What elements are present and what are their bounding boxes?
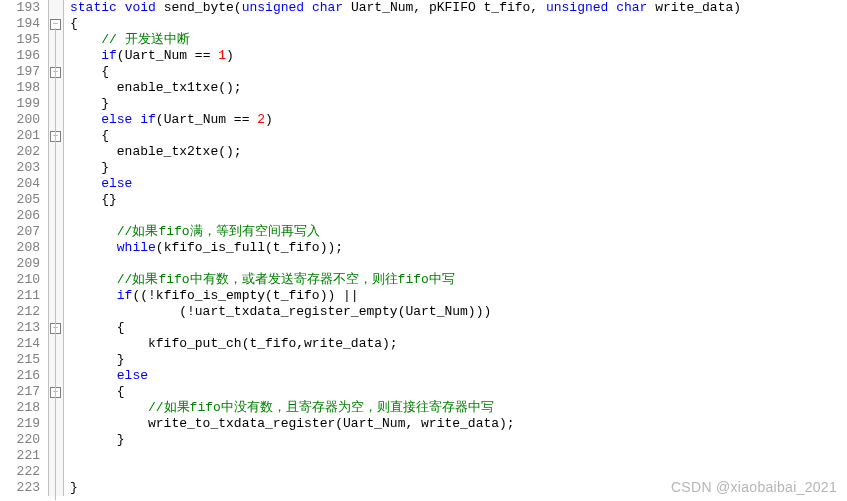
line-number: 202	[0, 144, 40, 160]
line-number: 207	[0, 224, 40, 240]
line-number: 221	[0, 448, 40, 464]
code-line	[70, 448, 741, 464]
code-line: enable_tx1txe();	[70, 80, 741, 96]
code-line: //如果fifo满，等到有空间再写入	[70, 224, 741, 240]
code-line	[70, 256, 741, 272]
line-number: 215	[0, 352, 40, 368]
code-line: (!uart_txdata_register_empty(Uart_Num)))	[70, 304, 741, 320]
code-editor: 1931941951961971981992002012022032042052…	[0, 0, 847, 496]
line-number: 211	[0, 288, 40, 304]
code-line	[70, 208, 741, 224]
line-number: 216	[0, 368, 40, 384]
code-line: }	[70, 352, 741, 368]
code-line: //如果fifo中有数，或者发送寄存器不空，则往fifo中写	[70, 272, 741, 288]
line-number: 206	[0, 208, 40, 224]
code-line: }	[70, 96, 741, 112]
line-number: 210	[0, 272, 40, 288]
line-number: 208	[0, 240, 40, 256]
line-number: 219	[0, 416, 40, 432]
line-number: 205	[0, 192, 40, 208]
code-line: {}	[70, 192, 741, 208]
code-line: {	[70, 128, 741, 144]
code-line: else	[70, 368, 741, 384]
code-line: write_to_txdata_register(Uart_Num, write…	[70, 416, 741, 432]
fold-column: −−−−−	[49, 0, 64, 496]
code-line: {	[70, 64, 741, 80]
line-number-gutter: 1931941951961971981992002012022032042052…	[0, 0, 49, 496]
line-number: 218	[0, 400, 40, 416]
code-line: //如果fifo中没有数，且寄存器为空，则直接往寄存器中写	[70, 400, 741, 416]
code-line: while(kfifo_is_full(t_fifo));	[70, 240, 741, 256]
line-number: 193	[0, 0, 40, 16]
line-number: 198	[0, 80, 40, 96]
line-number: 223	[0, 480, 40, 496]
code-line: if(Uart_Num == 1)	[70, 48, 741, 64]
code-line: else	[70, 176, 741, 192]
line-number: 213	[0, 320, 40, 336]
line-number: 200	[0, 112, 40, 128]
code-line: {	[70, 16, 741, 32]
line-number: 197	[0, 64, 40, 80]
code-line: {	[70, 384, 741, 400]
code-line: else if(Uart_Num == 2)	[70, 112, 741, 128]
line-number: 209	[0, 256, 40, 272]
line-number: 214	[0, 336, 40, 352]
line-number: 217	[0, 384, 40, 400]
watermark-text: CSDN @xiaobaibai_2021	[671, 479, 837, 495]
line-number: 222	[0, 464, 40, 480]
fold-guide-line	[55, 28, 56, 500]
line-number: 195	[0, 32, 40, 48]
code-line	[70, 464, 741, 480]
code-line: kfifo_put_ch(t_fifo,write_data);	[70, 336, 741, 352]
line-number: 204	[0, 176, 40, 192]
code-line: static void send_byte(unsigned char Uart…	[70, 0, 741, 16]
line-number: 203	[0, 160, 40, 176]
line-number: 220	[0, 432, 40, 448]
code-area: static void send_byte(unsigned char Uart…	[64, 0, 741, 496]
code-line: // 开发送中断	[70, 32, 741, 48]
code-line: }	[70, 160, 741, 176]
line-number: 194	[0, 16, 40, 32]
code-line: {	[70, 320, 741, 336]
line-number: 212	[0, 304, 40, 320]
line-number: 201	[0, 128, 40, 144]
code-line: }	[70, 480, 741, 496]
line-number: 196	[0, 48, 40, 64]
line-number: 199	[0, 96, 40, 112]
code-line: enable_tx2txe();	[70, 144, 741, 160]
code-line: }	[70, 432, 741, 448]
code-line: if((!kfifo_is_empty(t_fifo)) ||	[70, 288, 741, 304]
